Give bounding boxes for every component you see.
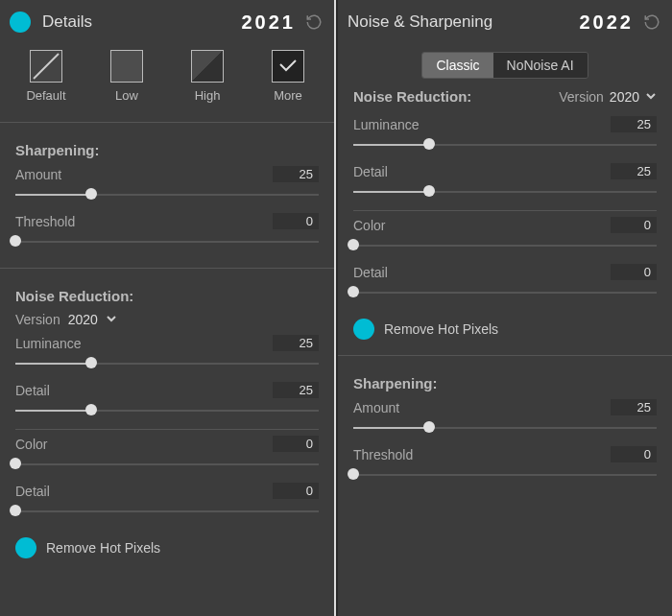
row-amount: Amount 25 [353,399,657,415]
slider-color[interactable] [353,237,657,254]
row-detail2: Detail 0 [353,264,657,280]
row-luminance: Luminance 25 [353,116,657,132]
version-selector[interactable]: Version 2020 [559,89,657,105]
reset-icon[interactable] [643,13,660,31]
value-color[interactable]: 0 [611,217,657,233]
preset-more[interactable]: More [253,50,323,103]
preset-more-icon [272,50,304,83]
label-detail2: Detail [15,484,50,499]
row-detail: Detail 25 [15,382,319,398]
mode-toggle: Classic NoNoise AI [421,52,588,79]
value-threshold[interactable]: 0 [273,213,319,229]
mode-nonoise-ai[interactable]: NoNoise AI [493,53,588,78]
label-amount: Amount [353,400,399,415]
label-color: Color [15,437,47,452]
value-detail2[interactable]: 0 [273,483,319,499]
section-title-noise: Noise Reduction: [15,288,319,304]
version-value: 2020 [610,89,639,105]
divider [338,355,672,356]
section-noise-reduction: Luminance 25 Detail 25 Color 0 Detail 0 [338,105,672,313]
label-amount: Amount [15,167,61,182]
slider-detail[interactable] [353,183,657,201]
preset-low[interactable]: Low [92,50,161,103]
svg-line-0 [34,54,59,79]
section-noise-reduction: Noise Reduction: Version 2020 Luminance … [0,274,334,532]
section-sharpening: Sharpening: Amount 25 Threshold 0 [0,129,334,262]
divider [0,268,334,269]
version-selector[interactable]: Version 2020 [15,312,319,327]
hot-pixels-label: Remove Hot Pixels [384,321,498,337]
preset-default-icon [30,50,62,83]
slider-detail[interactable] [15,402,319,419]
noise-header-row: Noise Reduction: Version 2020 [338,88,672,105]
value-threshold[interactable]: 0 [611,446,657,462]
row-detail2: Detail 0 [15,483,319,499]
row-luminance: Luminance 25 [15,335,319,351]
label-threshold: Threshold [353,447,413,462]
label-detail: Detail [353,164,388,179]
panel-header: Details 2021 [0,0,334,44]
value-amount[interactable]: 25 [611,399,657,415]
slider-amount[interactable] [353,419,657,437]
slider-threshold[interactable] [353,466,657,484]
pane-divider [334,0,336,616]
remove-hot-pixels-toggle[interactable]: Remove Hot Pixels [338,313,672,349]
slider-detail2[interactable] [15,503,319,520]
divider [15,429,319,430]
row-threshold: Threshold 0 [353,446,657,462]
row-threshold: Threshold 0 [15,213,319,229]
preset-high-icon [191,50,224,83]
preset-more-label: More [274,88,302,103]
section-title-noise: Noise Reduction: [353,88,471,105]
preset-row: Default Low High More [0,44,334,116]
value-amount[interactable]: 25 [273,166,319,182]
panel-title: Noise & Sharpening [348,12,580,32]
row-detail: Detail 25 [353,163,657,179]
slider-amount[interactable] [15,186,319,203]
panel-noise-sharpening: Noise & Sharpening 2022 Classic NoNoise … [338,0,672,616]
value-color[interactable]: 0 [273,436,319,452]
divider [0,122,334,123]
year-badge: 2021 [242,12,297,34]
version-label: Version [559,89,604,105]
label-threshold: Threshold [15,214,75,229]
value-detail[interactable]: 25 [611,163,657,179]
section-title-sharpening: Sharpening: [353,375,657,391]
row-color: Color 0 [353,217,657,233]
panel-title: Details [42,12,242,32]
mode-classic[interactable]: Classic [422,53,492,78]
year-badge: 2022 [580,12,635,34]
row-amount: Amount 25 [15,166,319,182]
slider-luminance[interactable] [15,355,319,372]
value-luminance[interactable]: 25 [273,335,319,351]
preset-default-label: Default [26,88,65,103]
chevron-down-icon [645,89,657,105]
slider-luminance[interactable] [353,136,657,154]
chevron-down-icon [106,312,117,327]
label-luminance: Luminance [15,336,82,351]
section-sharpening: Sharpening: Amount 25 Threshold 0 [338,362,672,495]
version-label: Version [15,312,60,327]
label-color: Color [353,218,385,233]
label-detail: Detail [15,383,50,398]
preset-high[interactable]: High [173,50,242,103]
slider-color[interactable] [15,456,319,473]
toggle-dot-icon [353,319,374,340]
value-luminance[interactable]: 25 [611,116,657,132]
slider-detail2[interactable] [353,284,657,301]
preset-default[interactable]: Default [12,50,81,103]
panel-details: Details 2021 Default Low High More [0,0,334,616]
remove-hot-pixels-toggle[interactable]: Remove Hot Pixels [0,532,334,568]
enabled-dot-icon[interactable] [10,12,31,33]
hot-pixels-label: Remove Hot Pixels [46,540,160,556]
slider-threshold[interactable] [15,233,319,250]
preset-high-label: High [195,88,221,103]
panel-header: Noise & Sharpening 2022 [338,0,672,44]
row-color: Color 0 [15,436,319,452]
section-title-sharpening: Sharpening: [15,142,319,158]
version-value: 2020 [68,312,98,327]
value-detail[interactable]: 25 [273,382,319,398]
value-detail2[interactable]: 0 [611,264,657,280]
reset-icon[interactable] [305,13,323,31]
label-luminance: Luminance [353,117,420,132]
